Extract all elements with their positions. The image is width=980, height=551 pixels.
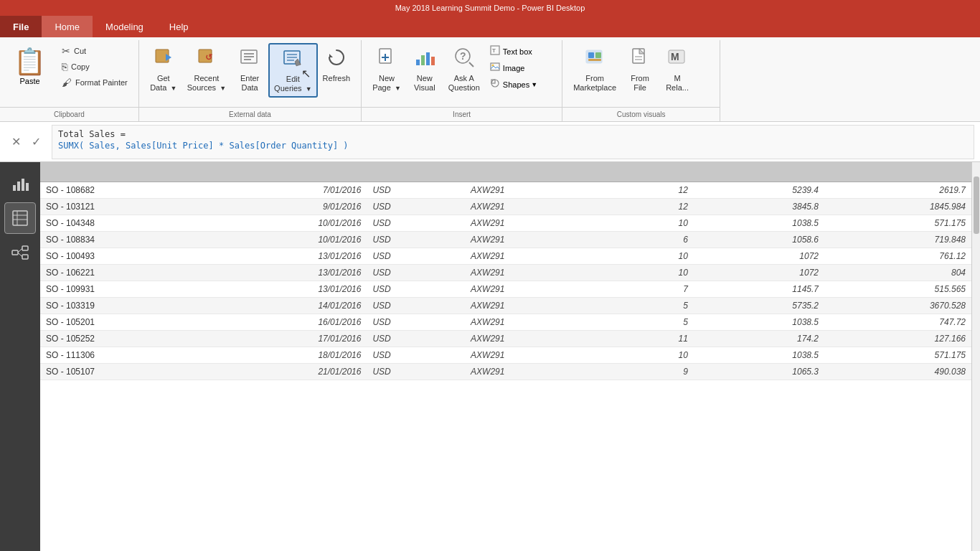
copy-label: Copy [71, 62, 90, 71]
sidebar-icon-report[interactable] [4, 168, 36, 199]
edit-queries-button[interactable]: EditQueries ▼ ↖ [268, 43, 318, 98]
cell-val1: 5735.2 [694, 298, 824, 314]
cell-id: SO - 109931 [40, 281, 204, 298]
formula-confirm-button[interactable]: ✓ [26, 132, 46, 152]
format-painter-button[interactable]: 🖌 Format Painter [57, 75, 133, 90]
from-file-label: FromFile [631, 74, 649, 93]
new-page-button[interactable]: NewPage ▼ [367, 43, 406, 96]
more-visuals-button[interactable]: M MRela... [659, 43, 696, 96]
svg-rect-45 [13, 211, 27, 225]
custom-visuals-group-label: Custom visuals [562, 107, 720, 121]
svg-rect-19 [421, 55, 425, 65]
ribbon-group-clipboard: 📋 Paste ✂ Cut ⎘ Copy 🖌 Format Painter C [0, 40, 139, 121]
text-box-label: Text box [503, 47, 532, 56]
scroll-thumb[interactable] [974, 176, 979, 234]
text-box-button[interactable]: T Text box [485, 43, 542, 60]
copy-button[interactable]: ⎘ Copy [57, 59, 133, 75]
table-row[interactable]: SO - 100493 13/01/2016 USD AXW291 10 107… [40, 248, 971, 265]
cell-code: AXW291 [465, 331, 595, 347]
svg-rect-32 [588, 52, 594, 58]
cell-id: SO - 106221 [40, 265, 204, 281]
table-row[interactable]: SO - 104348 10/01/2016 USD AXW291 10 103… [40, 215, 971, 232]
cell-code: AXW291 [465, 364, 595, 380]
format-painter-label: Format Painter [75, 78, 128, 87]
cell-val2: 804 [824, 265, 971, 281]
cell-date: 7/01/2016 [204, 182, 367, 199]
get-data-button[interactable]: GetData ▼ [145, 43, 182, 96]
get-data-label: GetData ▼ [150, 74, 176, 93]
cell-date: 17/01/2016 [204, 331, 367, 347]
svg-rect-51 [22, 255, 28, 259]
table-row[interactable]: SO - 108834 10/01/2016 USD AXW291 6 1058… [40, 232, 971, 248]
refresh-button[interactable]: Refresh [318, 43, 356, 87]
external-data-group-label: External data [139, 107, 361, 121]
menu-bar: File Home Modeling Help [0, 16, 980, 37]
shapes-button[interactable]: Shapes ▼ [485, 76, 542, 93]
from-marketplace-button[interactable]: FromMarketplace [568, 43, 621, 96]
scrollbar[interactable] [971, 162, 980, 551]
cell-currency: USD [367, 281, 465, 298]
tab-modeling[interactable]: Modeling [93, 16, 156, 37]
formula-editor[interactable]: Total Sales = SUMX( Sales, Sales[Unit Pr… [52, 125, 974, 159]
cell-code: AXW291 [465, 314, 595, 331]
table-row[interactable]: SO - 103319 14/01/2016 USD AXW291 5 5735… [40, 298, 971, 314]
table-row[interactable]: SO - 109931 13/01/2016 USD AXW291 7 1145… [40, 281, 971, 298]
formula-icons: ✕ ✓ [6, 132, 46, 152]
table-row[interactable]: SO - 103121 9/01/2016 USD AXW291 12 3845… [40, 199, 971, 215]
cell-code: AXW291 [465, 199, 595, 215]
formula-cancel-button[interactable]: ✕ [6, 132, 26, 152]
table-row[interactable]: SO - 108682 7/01/2016 USD AXW291 12 5239… [40, 182, 971, 199]
table-row[interactable]: SO - 105201 16/01/2016 USD AXW291 5 1038… [40, 314, 971, 331]
paste-button[interactable]: 📋 Paste [6, 43, 54, 89]
ribbon-group-insert: NewPage ▼ NewVisual [362, 40, 562, 121]
from-marketplace-label: FromMarketplace [573, 74, 616, 93]
new-visual-button[interactable]: NewVisual [406, 43, 443, 96]
table-row[interactable]: SO - 106221 13/01/2016 USD AXW291 10 107… [40, 265, 971, 281]
sidebar-icon-table[interactable] [4, 202, 36, 234]
ask-question-button[interactable]: ? Ask AQuestion [443, 43, 485, 96]
tab-help[interactable]: Help [156, 16, 202, 37]
edit-queries-icon [282, 47, 303, 72]
cell-currency: USD [367, 199, 465, 215]
copy-icon: ⎘ [62, 61, 67, 72]
table-row[interactable]: SO - 111306 18/01/2016 USD AXW291 10 103… [40, 347, 971, 364]
cell-val1: 5239.4 [694, 182, 824, 199]
shapes-label: Shapes [503, 80, 529, 89]
table-row[interactable]: SO - 105107 21/01/2016 USD AXW291 9 1065… [40, 364, 971, 380]
data-table: SO - 108682 7/01/2016 USD AXW291 12 5239… [40, 182, 971, 380]
cell-val1: 1072 [694, 265, 824, 281]
from-marketplace-icon [584, 47, 606, 72]
recent-sources-button[interactable]: ↺ RecentSources ▼ [182, 43, 231, 96]
cell-date: 14/01/2016 [204, 298, 367, 314]
cell-qty: 10 [595, 248, 694, 265]
cell-code: AXW291 [465, 232, 595, 248]
image-icon [490, 62, 500, 74]
tab-file[interactable]: File [0, 16, 42, 37]
sidebar-icon-model[interactable] [4, 237, 36, 268]
cell-id: SO - 108682 [40, 182, 204, 199]
svg-line-24 [469, 62, 473, 67]
sidebar [0, 162, 40, 551]
cell-id: SO - 100493 [40, 248, 204, 265]
main-container: SO - 108682 7/01/2016 USD AXW291 12 5239… [0, 162, 980, 551]
recent-sources-label: RecentSources ▼ [187, 74, 226, 93]
cell-code: AXW291 [465, 248, 595, 265]
refresh-icon [326, 47, 347, 72]
formula-line1: Total Sales = [58, 128, 968, 141]
image-button[interactable]: Image [485, 60, 542, 76]
cell-val2: 2619.7 [824, 182, 971, 199]
cell-val1: 1038.5 [694, 215, 824, 232]
svg-rect-27 [491, 63, 499, 70]
cut-button[interactable]: ✂ Cut [57, 43, 133, 59]
cell-val2: 571.175 [824, 347, 971, 364]
enter-data-button[interactable]: EnterData [231, 43, 268, 96]
from-file-button[interactable]: FromFile [621, 43, 659, 96]
tab-home[interactable]: Home [42, 16, 93, 37]
svg-line-53 [18, 253, 22, 257]
table-row[interactable]: SO - 105252 17/01/2016 USD AXW291 11 174… [40, 331, 971, 347]
svg-rect-41 [13, 185, 16, 191]
cell-qty: 9 [595, 364, 694, 380]
cell-code: AXW291 [465, 347, 595, 364]
more-visuals-icon: M [666, 47, 688, 72]
insert-group-label: Insert [362, 107, 562, 121]
